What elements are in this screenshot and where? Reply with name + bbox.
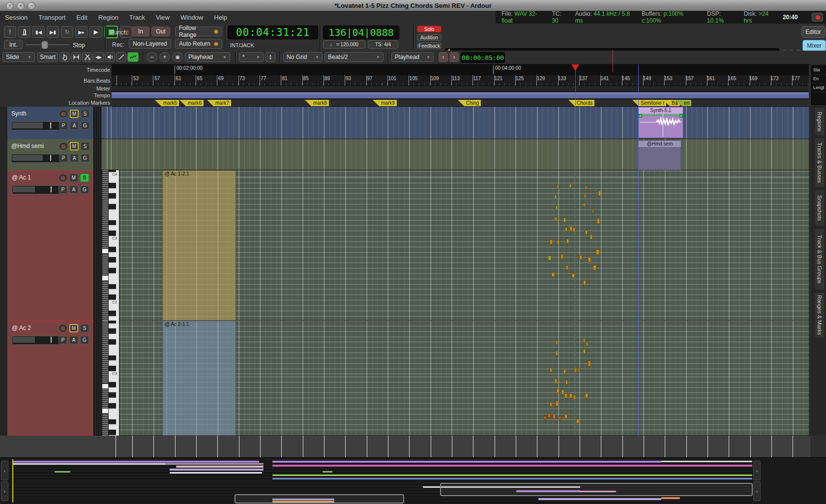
minimize-window-icon[interactable]: − [28, 2, 35, 10]
region--Ac-1-2-1[interactable]: @ Ac 1-2.1 [162, 170, 236, 321]
midi-note[interactable] [563, 369, 566, 374]
maximize-window-icon[interactable]: + [17, 2, 25, 10]
tempo-button[interactable]: ♩ = 120.000 [323, 40, 365, 49]
automation-button[interactable]: A [69, 336, 78, 344]
menu-region[interactable]: Region [98, 14, 118, 21]
midi-note[interactable] [566, 239, 569, 243]
midi-note[interactable] [586, 342, 588, 346]
summary-view-rectangle[interactable] [235, 494, 404, 504]
playlist-button[interactable]: P [59, 154, 68, 162]
stretch-tool-button[interactable]: ◀▶ [93, 52, 104, 62]
grab-tool-button[interactable] [59, 52, 70, 62]
automation-button[interactable]: A [70, 121, 79, 130]
location-marker-Chords[interactable]: Chords [575, 100, 594, 106]
group-button[interactable]: G [81, 121, 89, 130]
gain-fader[interactable] [12, 336, 62, 345]
sidebar-tab-track-bus-groups[interactable]: Track & Bus Groups [814, 228, 825, 290]
midi-note[interactable] [557, 388, 560, 393]
punch-out-button[interactable]: Out [151, 27, 170, 36]
solo-button[interactable]: S [80, 324, 89, 332]
audition-button[interactable]: Audition [417, 34, 442, 41]
midi-note[interactable] [555, 217, 557, 221]
close-window-icon[interactable]: × [6, 2, 14, 10]
midi-note[interactable] [564, 414, 567, 418]
location-marker-mark9[interactable]: mark9 [380, 100, 397, 106]
location-marker-mark8[interactable]: mark8 [312, 100, 329, 106]
midi-scroomer[interactable] [102, 170, 109, 321]
edit-mode-dropdown[interactable]: Slide▼ [2, 52, 35, 62]
playlist-button[interactable]: P [59, 185, 67, 194]
midi-note[interactable] [583, 338, 585, 343]
nudge-forward-button[interactable]: › [449, 52, 459, 62]
zoom-in-button[interactable]: + [159, 52, 170, 62]
region--Ac-2-1-1[interactable]: @ Ac 2-1.1 [162, 321, 236, 436]
midi-note[interactable] [572, 273, 575, 278]
zoom-fit-button[interactable]: ▣ [172, 52, 183, 62]
midi-note[interactable] [588, 257, 591, 262]
primary-clock[interactable]: 00:04:31:21 [228, 26, 318, 39]
play-range-button[interactable]: ▶▸ [75, 26, 88, 38]
midi-note[interactable] [585, 186, 587, 190]
midi-note[interactable] [550, 368, 552, 372]
track-lane--Hmd-semi[interactable] [102, 139, 809, 170]
goto-end-button[interactable]: ▶▮ [47, 26, 59, 38]
nudge-clock[interactable]: 00:00:05:00 [461, 52, 505, 63]
midi-note[interactable] [596, 249, 599, 255]
location-marker-mark6[interactable]: mark6 [186, 100, 204, 106]
sidebar-tab-regions[interactable]: Regions [814, 107, 825, 136]
session-summary[interactable]: ‹ › ‹ › [0, 457, 826, 504]
midi-note[interactable] [583, 280, 586, 285]
midi-note[interactable] [583, 203, 585, 207]
auto-return-button[interactable]: Auto Return [175, 39, 222, 49]
smart-mode-button[interactable]: Smart [37, 52, 58, 62]
region--Hmd-sem[interactable]: @Hmd sem [638, 140, 681, 170]
gain-fader[interactable] [11, 154, 61, 163]
time-signature-button[interactable]: TS: 4/4 [368, 40, 398, 49]
piano-keyboard[interactable] [109, 321, 119, 436]
feedback-button[interactable]: Feedback [417, 42, 442, 49]
spinner-button[interactable]: ▲▼ [266, 52, 275, 62]
location-marker-mark5[interactable]: mark5 [162, 100, 179, 106]
midi-note[interactable] [590, 235, 592, 239]
midi-note[interactable] [579, 255, 582, 260]
menu-track[interactable]: Track [129, 14, 145, 21]
solo-active-button[interactable]: Solo [417, 26, 442, 32]
sync-source-button[interactable]: Int. [4, 40, 23, 49]
location-marker-mark7[interactable]: mark7 [214, 100, 231, 106]
midi-note[interactable] [585, 230, 588, 235]
sidebar-tab-snapshots[interactable]: Snapshots [814, 190, 825, 226]
midi-note[interactable] [553, 415, 556, 419]
audition-tool-button[interactable] [105, 52, 115, 62]
menu-view[interactable]: View [156, 14, 170, 21]
mute-button[interactable]: M [70, 142, 79, 150]
draw-line-tool-button[interactable] [116, 52, 126, 62]
location-marker-Semitone-r[interactable]: Semitone r [639, 100, 666, 106]
playlist-button[interactable]: P [59, 336, 67, 344]
midi-note[interactable] [556, 206, 558, 209]
midi-note[interactable] [544, 416, 546, 420]
punch-in-button[interactable]: In [132, 27, 149, 36]
scroomer-handle[interactable] [102, 275, 109, 281]
menu-help[interactable]: Help [214, 14, 227, 21]
scroomer-handle[interactable] [102, 408, 109, 414]
midi-note[interactable] [598, 191, 601, 196]
scroomer-handle[interactable] [102, 248, 109, 254]
nudge-back-button[interactable]: ‹ [439, 52, 448, 62]
midi-note[interactable] [559, 416, 561, 420]
track-header--Hmd-semi[interactable]: @Hmd semiMSPAG [7, 139, 93, 170]
playhead-marker-icon[interactable] [571, 64, 579, 71]
marker-scope-dropdown[interactable]: *▼ [239, 52, 264, 62]
ruler-location-markers[interactable]: mark5mark6mark7mark8mark9ChingChordsSemi… [112, 99, 809, 107]
record-enable-button[interactable] [59, 174, 67, 182]
location-marker-Ching[interactable]: Ching [465, 100, 481, 106]
record-enable-button[interactable] [59, 324, 67, 332]
midi-note[interactable] [565, 380, 568, 385]
location-marker-en[interactable]: en [682, 100, 691, 106]
automation-button[interactable]: A [69, 185, 78, 194]
edit-notes-tool-button-active[interactable] [127, 52, 139, 62]
zoom-focus-dropdown[interactable]: Playhead▼ [185, 52, 230, 62]
playhead-line[interactable] [575, 64, 576, 436]
midi-note[interactable] [585, 393, 588, 398]
mixer-tab-button[interactable]: Mixer [802, 40, 826, 52]
midi-note[interactable] [578, 368, 580, 372]
